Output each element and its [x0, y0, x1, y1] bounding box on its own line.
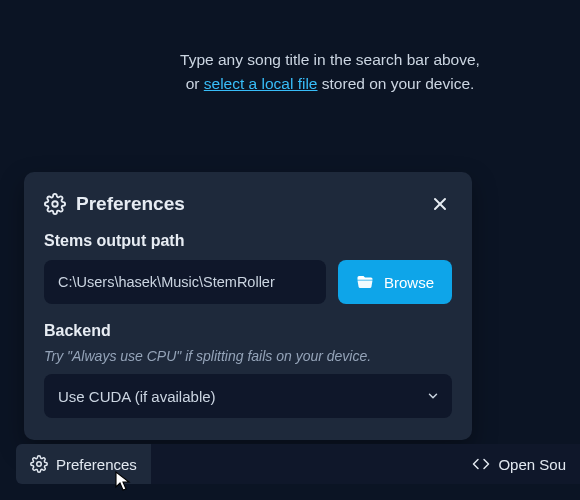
svg-point-3: [37, 462, 42, 467]
hint-line2a: or: [186, 75, 204, 92]
close-button[interactable]: [428, 192, 452, 216]
browse-button[interactable]: Browse: [338, 260, 452, 304]
backend-select[interactable]: Use CUDA (if available): [44, 374, 452, 418]
folder-open-icon: [356, 273, 374, 291]
panel-header: Preferences: [44, 192, 452, 216]
panel-title: Preferences: [76, 193, 418, 215]
hint-line2b: stored on your device.: [318, 75, 475, 92]
hint-line1: Type any song title in the search bar ab…: [180, 51, 480, 68]
main-empty-state: Type any song title in the search bar ab…: [0, 0, 580, 96]
open-source-tab-label: Open Sou: [498, 456, 566, 473]
backend-hint: Try "Always use CPU" if splitting fails …: [44, 348, 452, 364]
stems-output-path-label: Stems output path: [44, 232, 452, 250]
gear-icon: [44, 193, 66, 215]
preferences-tab[interactable]: Preferences: [16, 444, 151, 484]
code-icon: [472, 455, 490, 473]
bottombar-spacer: [151, 444, 459, 484]
svg-point-0: [52, 201, 58, 207]
preferences-tab-label: Preferences: [56, 456, 137, 473]
search-hint: Type any song title in the search bar ab…: [0, 48, 580, 96]
backend-label: Backend: [44, 322, 452, 340]
browse-button-label: Browse: [384, 274, 434, 291]
backend-select-wrap: Use CUDA (if available): [44, 374, 452, 418]
gear-icon: [30, 455, 48, 473]
select-local-file-link[interactable]: select a local file: [204, 75, 318, 92]
bottom-bar: Preferences Open Sou: [16, 444, 580, 484]
stems-output-path-input[interactable]: [44, 260, 326, 304]
stems-output-row: Browse: [44, 260, 452, 304]
open-source-tab[interactable]: Open Sou: [458, 444, 580, 484]
preferences-panel: Preferences Stems output path Browse Bac…: [24, 172, 472, 440]
